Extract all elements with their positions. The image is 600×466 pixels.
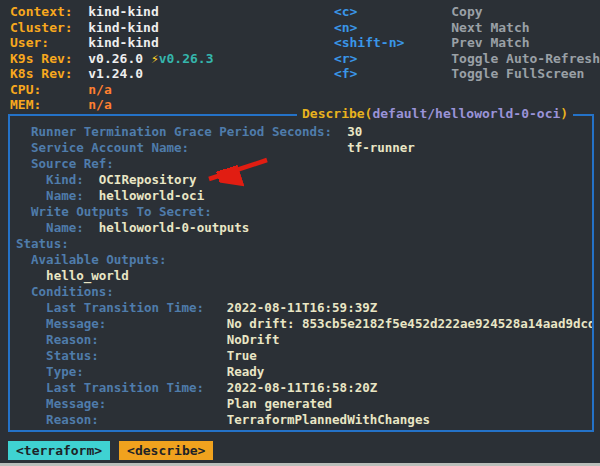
header-info-row: K9s Rev:v0.26.0 ⚡v0.26.3	[10, 51, 334, 67]
describe-key: Write Outputs To Secret:	[31, 204, 212, 219]
describe-key: Source Ref:	[31, 156, 114, 171]
describe-value: 2022-08-11T16:59:39Z	[227, 300, 378, 315]
header-info-value: kind-kind	[88, 20, 158, 35]
describe-key: Conditions:	[31, 284, 114, 299]
keybinding-action: Prev Match	[451, 35, 529, 50]
describe-value: 2022-08-11T16:58:20Z	[227, 380, 378, 395]
describe-key: Available Outputs:	[31, 252, 166, 267]
describe-content: Runner Termination Grace Period Seconds:…	[10, 116, 592, 430]
header-info-label: User:	[10, 35, 88, 51]
k9s-header: Context:kind-kindCluster:kind-kindUser:k…	[0, 0, 600, 113]
upgrade-version: v0.26.3	[159, 51, 214, 66]
describe-line: Runner Termination Grace Period Seconds:…	[16, 124, 586, 140]
describe-value: TerraformPlannedWithChanges	[227, 412, 430, 427]
panel-title-resource: default/helloworld-0-oci	[372, 106, 560, 121]
describe-key: Last Transition Time:	[46, 300, 204, 315]
describe-value: hello_world	[46, 268, 129, 283]
header-info-value: n/a	[88, 82, 111, 97]
describe-line: Status: True	[16, 348, 586, 364]
header-info-label: K8s Rev:	[10, 66, 88, 82]
header-info-label: Context:	[10, 4, 88, 20]
describe-value: NoDrift	[227, 332, 280, 347]
header-info-row: User:kind-kind	[10, 35, 334, 51]
describe-key: Status:	[46, 348, 99, 363]
describe-line: Source Ref:	[16, 156, 586, 172]
panel-title-suffix: )	[560, 106, 568, 121]
describe-line: hello_world	[16, 268, 586, 284]
header-info-label: CPU:	[10, 82, 88, 98]
keybinding-key: <c>	[334, 4, 451, 20]
header-info-label: MEM:	[10, 97, 88, 113]
describe-value: OCIRepository	[99, 172, 197, 187]
keybinding-row: <shift-n>Prev Match	[334, 35, 600, 51]
keybindings-block: <c>Copy<n>Next Match<shift-n>Prev Match<…	[334, 4, 600, 82]
cluster-info-block: Context:kind-kindCluster:kind-kindUser:k…	[10, 4, 334, 113]
header-info-row: CPU:n/a	[10, 82, 334, 98]
view-crumbs: <terraform> <describe>	[8, 441, 213, 460]
describe-line: Reason: TerraformPlannedWithChanges	[16, 412, 586, 428]
describe-key: Kind:	[46, 172, 84, 187]
header-info-value: v0.26.0	[88, 51, 143, 66]
describe-line: Conditions:	[16, 284, 586, 300]
describe-key: Name:	[46, 220, 84, 235]
describe-panel-title: Describe(default/helloworld-0-oci)	[297, 106, 573, 121]
header-info-value: v1.24.0	[88, 66, 143, 81]
header-info-value: kind-kind	[88, 35, 158, 50]
describe-line: Kind: OCIRepository	[16, 172, 586, 188]
keybinding-row: <c>Copy	[334, 4, 600, 20]
describe-key: Message:	[46, 396, 106, 411]
describe-key: Type:	[46, 364, 84, 379]
tab-describe[interactable]: <describe>	[119, 441, 213, 460]
describe-key: Reason:	[46, 332, 99, 347]
describe-panel[interactable]: Describe(default/helloworld-0-oci) Runne…	[8, 114, 594, 432]
header-info-row: Context:kind-kind	[10, 4, 334, 20]
describe-key: Message:	[46, 316, 106, 331]
describe-value: True	[227, 348, 257, 363]
keybinding-action: Next Match	[451, 20, 529, 35]
describe-value: 30	[347, 124, 362, 139]
describe-line: Service Account Name: tf-runner	[16, 140, 586, 156]
lightning-bolt-icon: ⚡	[143, 51, 159, 66]
describe-key: Service Account Name:	[31, 140, 189, 155]
describe-value: helloworld-0-outputs	[99, 220, 250, 235]
describe-line: Name: helloworld-oci	[16, 188, 586, 204]
tab-terraform[interactable]: <terraform>	[8, 441, 110, 460]
describe-value: Plan generated	[227, 396, 332, 411]
keybinding-key: <n>	[334, 20, 451, 36]
describe-value: Ready	[227, 364, 265, 379]
keybinding-key: <f>	[334, 66, 451, 82]
header-info-label: K9s Rev:	[10, 51, 88, 67]
keybinding-key: <shift-n>	[334, 35, 451, 51]
describe-key: Status:	[16, 236, 69, 251]
header-info-label: Cluster:	[10, 20, 88, 36]
describe-line: Type: Ready	[16, 364, 586, 380]
keybinding-key: <r>	[334, 51, 451, 67]
keybinding-action: Copy	[451, 4, 482, 19]
describe-key: Reason:	[46, 412, 99, 427]
describe-key: Last Transition Time:	[46, 380, 204, 395]
describe-value: helloworld-oci	[99, 188, 204, 203]
header-info-value: n/a	[88, 97, 111, 112]
describe-key: Name:	[46, 188, 84, 203]
keybinding-row: <n>Next Match	[334, 20, 600, 36]
describe-line: Last Transition Time: 2022-08-11T16:59:3…	[16, 300, 586, 316]
keybinding-action: Toggle Auto-Refresh	[451, 51, 600, 66]
describe-line: Last Transition Time: 2022-08-11T16:58:2…	[16, 380, 586, 396]
header-info-row: MEM:n/a	[10, 97, 334, 113]
describe-key: Runner Termination Grace Period Seconds:	[31, 124, 332, 139]
header-info-row: K8s Rev:v1.24.0	[10, 66, 334, 82]
describe-line: Available Outputs:	[16, 252, 586, 268]
describe-line: Name: helloworld-0-outputs	[16, 220, 586, 236]
keybinding-row: <f>Toggle FullScreen	[334, 66, 600, 82]
keybinding-action: Toggle FullScreen	[451, 66, 584, 81]
describe-value: No drift: 853cb5e2182f5e452d222ae924528a…	[227, 316, 592, 331]
describe-line: Reason: NoDrift	[16, 332, 586, 348]
keybinding-row: <r>Toggle Auto-Refresh	[334, 51, 600, 67]
describe-value: tf-runner	[347, 140, 415, 155]
header-info-row: Cluster:kind-kind	[10, 20, 334, 36]
header-info-value: kind-kind	[88, 4, 158, 19]
describe-line: Message: Plan generated	[16, 396, 586, 412]
describe-line: Write Outputs To Secret:	[16, 204, 586, 220]
panel-title-prefix: Describe(	[302, 106, 372, 121]
describe-line: Message: No drift: 853cb5e2182f5e452d222…	[16, 316, 586, 332]
